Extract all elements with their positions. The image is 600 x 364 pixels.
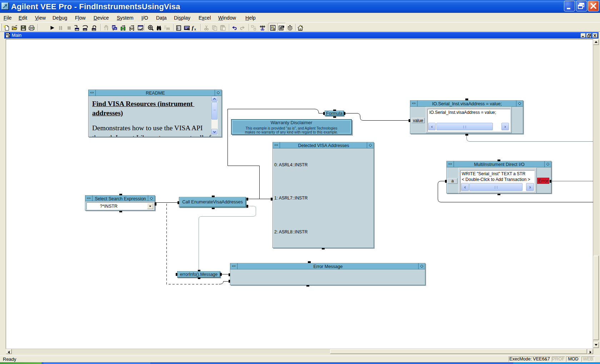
- svg-text:f: f: [192, 25, 194, 31]
- svg-text:x: x: [194, 27, 196, 31]
